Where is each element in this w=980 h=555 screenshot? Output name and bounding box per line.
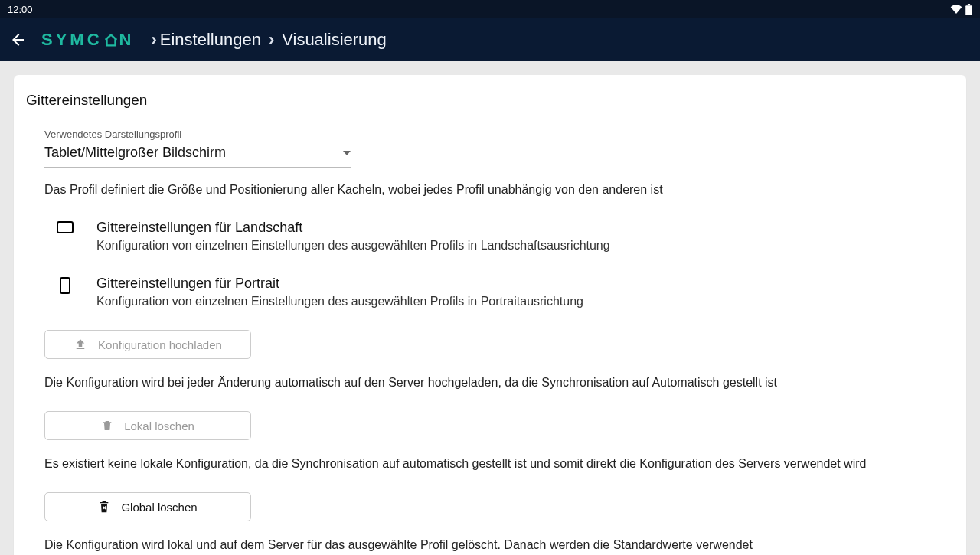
- global-delete-label: Global löschen: [121, 501, 197, 514]
- crumb-settings[interactable]: Einstellungen: [160, 30, 261, 50]
- grid-landscape-sub: Konfiguration von einzelnen Einstellunge…: [96, 239, 610, 253]
- battery-icon: [965, 4, 972, 15]
- house-icon: [103, 31, 119, 48]
- profile-select-label: Verwendetes Darstellungsprofil: [44, 129, 351, 140]
- breadcrumb: › Einstellungen › Visualisierung: [148, 30, 386, 50]
- local-delete-button: Lokal löschen: [44, 411, 251, 440]
- status-time: 12:00: [8, 4, 33, 15]
- chevron-right-icon: ›: [151, 30, 156, 50]
- logo-text-2: N: [119, 30, 135, 50]
- global-delete-note: Die Konfiguration wird lokal und auf dem…: [44, 538, 954, 552]
- grid-landscape-row[interactable]: Gittereinstellungen für Landschaft Konfi…: [57, 220, 954, 253]
- back-button[interactable]: [9, 31, 28, 49]
- grid-portrait-row[interactable]: Gittereinstellungen für Portrait Konfigu…: [57, 276, 954, 309]
- profile-description: Das Profil definiert die Größe und Posit…: [44, 183, 954, 197]
- svg-rect-1: [968, 4, 970, 5]
- upload-config-label: Konfiguration hochladen: [98, 338, 222, 351]
- grid-portrait-title: Gittereinstellungen für Portrait: [96, 276, 583, 292]
- chevron-right-icon: ›: [269, 30, 274, 50]
- svg-rect-0: [965, 5, 972, 15]
- upload-config-button: Konfiguration hochladen: [44, 330, 251, 359]
- settings-card: Gittereinstellungen Verwendetes Darstell…: [14, 75, 966, 555]
- chevron-down-icon: [343, 151, 351, 155]
- local-delete-label: Lokal löschen: [124, 420, 194, 433]
- upload-note: Die Konfiguration wird bei jeder Änderun…: [44, 376, 954, 390]
- logo-text-1: SYMC: [41, 30, 103, 50]
- crumb-visualization: Visualisierung: [282, 30, 387, 50]
- grid-portrait-sub: Konfiguration von einzelnen Einstellunge…: [96, 295, 583, 309]
- delete-forever-icon: [98, 499, 110, 514]
- svg-rect-2: [57, 222, 73, 233]
- global-delete-button[interactable]: Global löschen: [44, 492, 251, 521]
- upload-icon: [74, 338, 87, 351]
- profile-select-value: Tablet/Mittelgroßer Bildschirm: [44, 145, 226, 161]
- profile-select[interactable]: Tablet/Mittelgroßer Bildschirm: [44, 142, 351, 168]
- app-header: SYMCN › Einstellungen › Visualisierung: [0, 18, 980, 61]
- landscape-icon: [57, 220, 74, 233]
- grid-landscape-title: Gittereinstellungen für Landschaft: [96, 220, 610, 236]
- wifi-icon: [950, 5, 962, 14]
- svg-rect-3: [60, 278, 70, 293]
- local-delete-note: Es existiert keine lokale Konfiguration,…: [44, 457, 954, 471]
- portrait-icon: [57, 276, 74, 294]
- trash-icon: [101, 419, 113, 433]
- brand-logo: SYMCN: [41, 30, 134, 50]
- section-title: Gittereinstellungen: [26, 92, 954, 109]
- status-bar: 12:00: [0, 0, 980, 18]
